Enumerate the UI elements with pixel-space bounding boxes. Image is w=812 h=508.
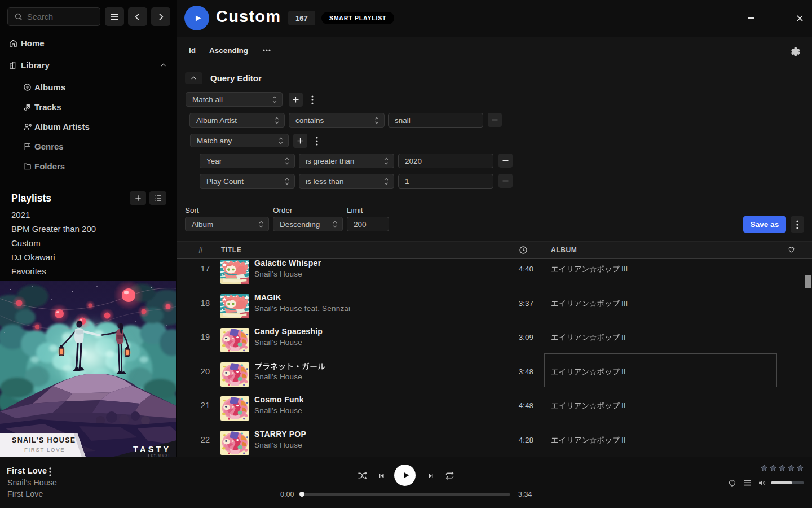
svg-text:SNAIL’S HOUSE: SNAIL’S HOUSE	[12, 436, 76, 444]
svg-text:FIRST LOVE: FIRST LOVE	[24, 446, 65, 453]
svg-text:BST.MMXI: BST.MMXI	[148, 454, 170, 457]
svg-text:TASTY: TASTY	[133, 445, 171, 454]
